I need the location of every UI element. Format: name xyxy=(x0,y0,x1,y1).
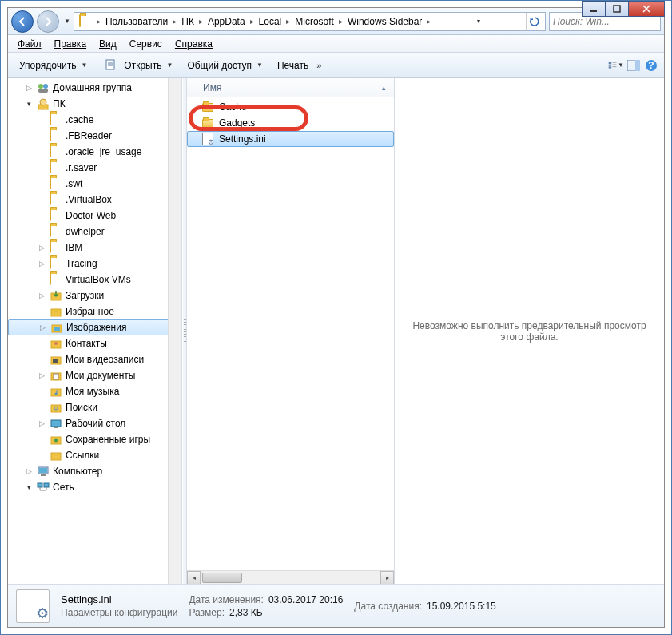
tree-item-компьютер[interactable]: ▷Компьютер xyxy=(8,463,181,479)
column-header-name[interactable]: Имя▴ xyxy=(187,78,394,97)
tree-item-пк[interactable]: ▾ПК xyxy=(8,96,181,112)
tree-item-поиски[interactable]: Поиски xyxy=(8,399,181,415)
tree-expander-icon[interactable] xyxy=(37,131,46,141)
list-horizontal-scrollbar[interactable]: ◂ ▸ xyxy=(187,570,394,584)
tree-expander-icon[interactable] xyxy=(37,450,46,460)
close-button[interactable] xyxy=(628,1,665,17)
open-button[interactable]: Открыть▼ xyxy=(95,56,179,75)
menu-edit[interactable]: Правка xyxy=(48,37,93,51)
tree-expander-icon[interactable]: ▾ xyxy=(24,99,34,109)
tree-expander-icon[interactable] xyxy=(37,387,46,396)
tree-scrollbar[interactable] xyxy=(168,78,181,584)
tree-expander-icon[interactable]: ▷ xyxy=(24,466,34,476)
breadcrumb-chevron[interactable]: ▸ xyxy=(95,17,102,26)
tree-item-tracing[interactable]: ▷Tracing xyxy=(8,256,181,272)
tree-expander-icon[interactable]: ▾ xyxy=(24,482,34,492)
hscroll-track[interactable] xyxy=(201,572,380,584)
tree-expander-icon[interactable] xyxy=(37,275,46,284)
organize-button[interactable]: Упорядочить▼ xyxy=(13,56,93,75)
tree-expander-icon[interactable] xyxy=(37,355,46,364)
share-button[interactable]: Общий доступ▼ xyxy=(181,56,269,75)
tree-expander-icon[interactable]: ▷ xyxy=(38,323,47,332)
tree-expander-icon[interactable] xyxy=(37,147,46,157)
file-list[interactable]: CacheGadgetsSettings.ini xyxy=(187,97,394,570)
tree-expander-icon[interactable] xyxy=(37,211,46,220)
tree-expander-icon[interactable]: ▷ xyxy=(37,291,46,300)
hscroll-thumb[interactable] xyxy=(202,573,242,583)
tree-item-изображения[interactable]: ▷Изображения xyxy=(8,319,181,335)
print-button[interactable]: Печать xyxy=(271,56,315,75)
tree-expander-icon[interactable] xyxy=(37,435,46,444)
tree-expander-icon[interactable] xyxy=(37,403,46,412)
tree-item-мои-документы[interactable]: ▷Мои документы xyxy=(8,367,181,383)
tree-expander-icon[interactable]: ▷ xyxy=(37,419,46,428)
nav-history-dropdown[interactable]: ▼ xyxy=(64,18,70,25)
tree-expander-icon[interactable] xyxy=(37,307,46,316)
tree-item-моя-музыка[interactable]: Моя музыка xyxy=(8,383,181,399)
breadcrumb-item[interactable]: AppData xyxy=(205,13,249,30)
breadcrumb-chevron[interactable]: ▸ xyxy=(171,17,178,26)
navigation-tree[interactable]: ▷Домашняя группа▾ПК.cache.FBReader.oracl… xyxy=(8,78,182,584)
maximize-button[interactable] xyxy=(605,1,629,17)
tree-item-мои-видеозаписи[interactable]: Мои видеозаписи xyxy=(8,351,181,367)
tree-item--fbreader[interactable]: .FBReader xyxy=(8,128,181,144)
search-input[interactable] xyxy=(553,16,672,27)
list-item[interactable]: Cache xyxy=(187,99,394,115)
tree-item-ссылки[interactable]: Ссылки xyxy=(8,447,181,463)
view-mode-button[interactable]: ▼ xyxy=(608,58,624,73)
tree-expander-icon[interactable]: ▷ xyxy=(24,83,34,93)
breadcrumb-chevron[interactable]: ▸ xyxy=(337,17,344,26)
breadcrumb-item[interactable]: Local xyxy=(256,13,285,30)
help-button[interactable]: ? xyxy=(643,58,659,73)
tree-item-домашняя-группа[interactable]: ▷Домашняя группа xyxy=(8,80,181,96)
menu-help[interactable]: Справка xyxy=(169,37,219,51)
tree-item-загрузки[interactable]: ▷Загрузки xyxy=(8,288,181,304)
breadcrumb-item[interactable]: Microsoft xyxy=(292,13,337,30)
breadcrumb-chevron[interactable]: ▸ xyxy=(284,17,292,26)
tree-expander-icon[interactable] xyxy=(37,339,46,348)
breadcrumb-chevron[interactable]: ▸ xyxy=(249,17,256,26)
tree-item--swt[interactable]: .swt xyxy=(8,176,181,192)
tree-item-virtualbox-vms[interactable]: VirtualBox VMs xyxy=(8,272,181,288)
toolbar-overflow[interactable]: » xyxy=(316,61,321,70)
tree-expander-icon[interactable]: ▷ xyxy=(37,371,46,380)
breadcrumb-chevron[interactable]: ▸ xyxy=(197,17,205,26)
hscroll-left-button[interactable]: ◂ xyxy=(187,571,201,585)
breadcrumb-item[interactable]: ПК xyxy=(178,13,197,30)
tree-expander-icon[interactable] xyxy=(37,179,46,189)
tree-item-избранное[interactable]: Избранное xyxy=(8,304,181,319)
tree-item-контакты[interactable]: Контакты xyxy=(8,335,181,351)
tree-item--virtualbox[interactable]: .VirtualBox xyxy=(8,192,181,208)
menu-tools[interactable]: Сервис xyxy=(123,37,169,51)
tree-item-сохраненные-игры[interactable]: Сохраненные игры xyxy=(8,431,181,447)
hscroll-right-button[interactable]: ▸ xyxy=(380,571,394,585)
tree-expander-icon[interactable] xyxy=(37,195,46,204)
tree-item-сеть[interactable]: ▾Сеть xyxy=(8,479,181,495)
tree-expander-icon[interactable] xyxy=(37,227,46,236)
tree-expander-icon[interactable]: ▷ xyxy=(37,259,46,268)
menu-file[interactable]: Файл xyxy=(11,37,48,51)
tree-item-ibm[interactable]: ▷IBM xyxy=(8,240,181,256)
breadcrumb-overflow[interactable]: ▾ xyxy=(477,18,480,25)
nav-forward-button[interactable] xyxy=(37,10,59,33)
tree-item-dwhelper[interactable]: dwhelper xyxy=(8,224,181,240)
refresh-button[interactable] xyxy=(526,13,543,30)
tree-item-doctor-web[interactable]: Doctor Web xyxy=(8,208,181,224)
tree-expander-icon[interactable]: ▷ xyxy=(37,243,46,252)
breadcrumb-item[interactable]: Windows Sidebar xyxy=(344,13,425,30)
breadcrumb-chevron[interactable]: ▸ xyxy=(425,17,432,26)
tree-item--cache[interactable]: .cache xyxy=(8,112,181,128)
tree-item--oracle-jre-usage[interactable]: .oracle_jre_usage xyxy=(8,144,181,160)
nav-back-button[interactable] xyxy=(11,10,34,33)
preview-pane-button[interactable] xyxy=(626,58,642,73)
list-item[interactable]: Settings.ini xyxy=(187,131,394,147)
tree-item--r-saver[interactable]: .r.saver xyxy=(8,160,181,176)
list-item[interactable]: Gadgets xyxy=(187,115,394,131)
minimize-button[interactable] xyxy=(582,1,606,17)
breadcrumb-bar[interactable]: ▸ Пользователи▸ ПК▸ AppData▸ Local▸ Micr… xyxy=(74,12,546,31)
breadcrumb-item[interactable]: Пользователи xyxy=(102,13,171,30)
tree-item-рабочий-стол[interactable]: ▷Рабочий стол xyxy=(8,415,181,431)
tree-expander-icon[interactable] xyxy=(37,163,46,173)
tree-expander-icon[interactable] xyxy=(37,115,46,125)
menu-view[interactable]: Вид xyxy=(93,37,123,51)
